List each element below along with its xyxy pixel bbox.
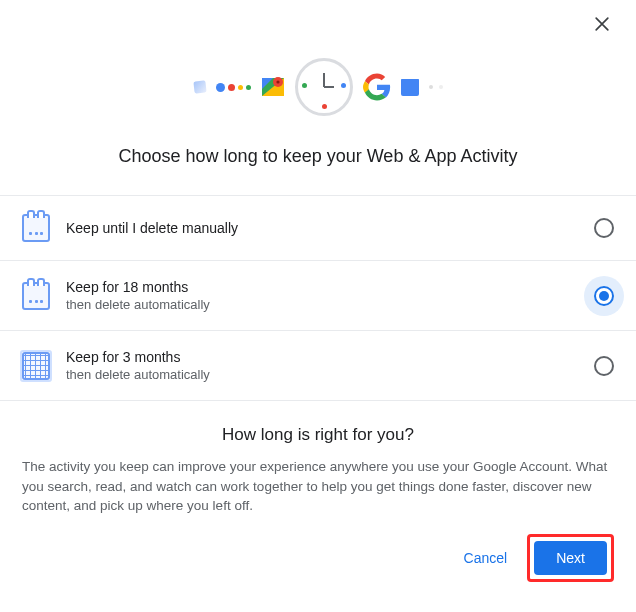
radio-button[interactable] (594, 286, 614, 306)
next-button[interactable]: Next (534, 541, 607, 575)
calendar-icon (22, 282, 62, 310)
dialog-actions: Cancel Next (0, 516, 636, 582)
assistant-icon (216, 83, 251, 92)
option-keep-18-months[interactable]: Keep for 18 months then delete automatic… (0, 261, 636, 331)
more-icon (429, 80, 443, 94)
next-highlight: Next (527, 534, 614, 582)
calendar-icon (22, 214, 62, 242)
calendar-small-icon (401, 78, 419, 96)
hero-illustration (0, 0, 636, 136)
calendar-grid-icon (22, 352, 62, 380)
option-keep-manual[interactable]: Keep until I delete manually (0, 196, 636, 261)
page-title: Choose how long to keep your Web & App A… (0, 136, 636, 195)
footer-text: The activity you keep can improve your e… (22, 457, 614, 516)
radio-button[interactable] (594, 218, 614, 238)
svg-point-4 (276, 80, 279, 83)
close-icon[interactable] (592, 14, 616, 38)
option-label: Keep until I delete manually (66, 220, 594, 236)
footer: How long is right for you? The activity … (0, 401, 636, 516)
option-label: Keep for 3 months (66, 349, 594, 365)
option-sublabel: then delete automatically (66, 297, 594, 312)
retention-options: Keep until I delete manually Keep for 18… (0, 195, 636, 401)
maps-icon (261, 75, 285, 99)
clock-icon (295, 58, 353, 116)
option-keep-3-months[interactable]: Keep for 3 months then delete automatica… (0, 331, 636, 401)
tag-icon (193, 80, 206, 93)
radio-button[interactable] (594, 356, 614, 376)
option-label: Keep for 18 months (66, 279, 594, 295)
cancel-button[interactable]: Cancel (450, 542, 522, 574)
option-sublabel: then delete automatically (66, 367, 594, 382)
google-g-icon (363, 73, 391, 101)
footer-title: How long is right for you? (22, 425, 614, 445)
